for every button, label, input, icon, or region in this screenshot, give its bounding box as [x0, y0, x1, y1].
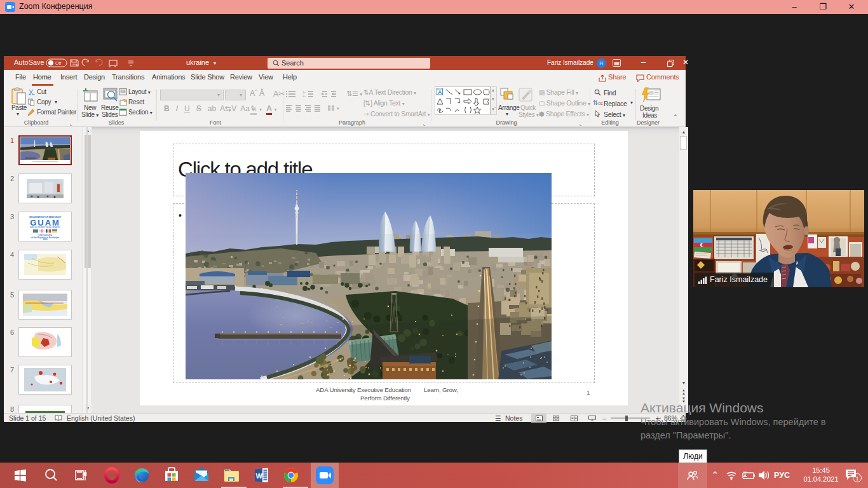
svg-text:W: W	[256, 472, 263, 480]
svg-text:1: 1	[856, 475, 859, 482]
svg-text:2020: 2020	[43, 238, 47, 241]
svg-text:2–: 2–	[302, 94, 306, 98]
svg-text:▾: ▾	[337, 106, 339, 111]
svg-text:A: A	[438, 89, 442, 95]
svg-text:Off: Off	[55, 61, 61, 65]
svg-text:AND ECONOMIC DEVELOPMENT: AND ECONOMIC DEVELOPMENT	[30, 226, 60, 229]
